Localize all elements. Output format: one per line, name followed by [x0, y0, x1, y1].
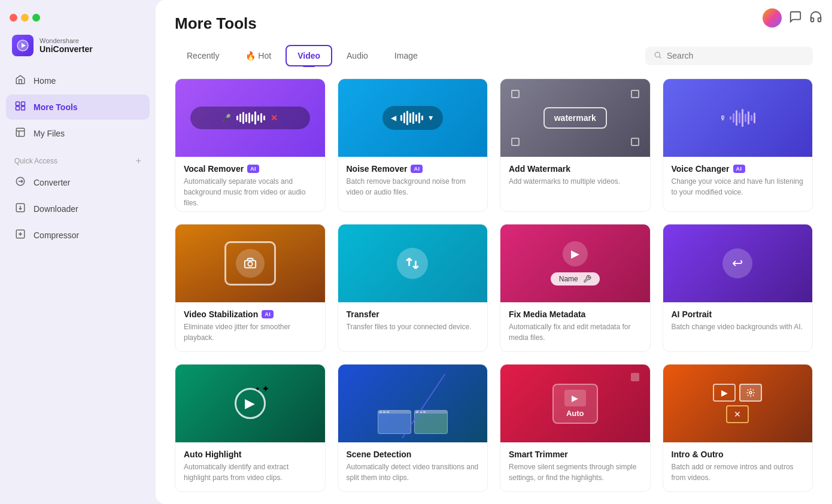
ai-badge: AI: [247, 165, 259, 173]
headphone-icon[interactable]: [809, 10, 822, 26]
ai-badge: AI: [411, 165, 423, 173]
ai-badge: AI: [262, 310, 274, 318]
app-logo: Wondershare UniConverter: [0, 26, 156, 68]
sidebar-item-downloader[interactable]: Downloader: [6, 196, 150, 221]
tool-thumbnail: [338, 224, 488, 302]
sidebar-item-label: My Files: [34, 129, 65, 138]
tool-desc: Automatically detect video transitions a…: [347, 462, 479, 483]
tool-name: Voice Changer AI: [672, 164, 804, 174]
window-controls: [0, 0, 156, 26]
tool-thumbnail: ▶ Auto: [500, 365, 650, 442]
search-icon: [654, 51, 662, 61]
message-icon[interactable]: [789, 10, 802, 26]
tool-info: Auto Highlight Automatically identify an…: [175, 442, 325, 491]
sidebar-item-my-files[interactable]: My Files: [6, 121, 150, 146]
tool-desc: Transfer files to your connected device.: [347, 321, 479, 332]
tool-name: Intro & Outro: [672, 450, 804, 459]
svg-rect-5: [22, 107, 25, 110]
tools-grid: 🎤 ✕ Vocal Remover AI Automatically separ…: [156, 66, 832, 504]
tool-desc: Add watermarks to multiple videos.: [509, 176, 642, 187]
tool-thumbnail: ◀ ▼: [338, 79, 488, 157]
tool-card-fix-media-metadata[interactable]: ▶ Name Fix Media Metadata Automatically …: [500, 224, 651, 352]
tool-name: Scene Detection: [347, 450, 479, 459]
svg-rect-6: [16, 128, 25, 136]
tool-card-voice-changer[interactable]: 🎙 Voice Changer AI Change your voice and…: [663, 78, 813, 212]
tool-desc: Batch add or remove intros and outros fr…: [672, 462, 804, 483]
tab-video[interactable]: Video: [286, 45, 332, 66]
tool-card-scene-detection[interactable]: Scene Detection Automatically detect vid…: [338, 364, 488, 492]
tabs-row: Recently 🔥 Hot Video Audio Image: [175, 45, 813, 66]
tool-info: Transfer Transfer files to your connecte…: [338, 302, 488, 341]
sidebar: Wondershare UniConverter Home: [0, 0, 156, 504]
tool-info: Scene Detection Automatically detect vid…: [338, 442, 488, 491]
sidebar-item-home[interactable]: Home: [6, 68, 150, 93]
tool-thumbnail: [338, 365, 488, 442]
tool-desc: Eliminate video jitter for smoother play…: [184, 321, 317, 343]
tool-thumbnail: 🎙: [663, 79, 813, 157]
sidebar-item-converter[interactable]: Converter: [6, 170, 150, 195]
tool-info: Intro & Outro Batch add or remove intros…: [663, 442, 813, 491]
tool-desc: Automatically fix and edit metadata for …: [509, 321, 642, 343]
main-content: More Tools Recently 🔥 Hot Video Audio Im…: [156, 0, 832, 504]
tool-info: Vocal Remover AI Automatically separate …: [175, 157, 325, 212]
svg-rect-4: [16, 107, 20, 110]
quick-access-section: Quick Access +: [6, 147, 150, 170]
tool-info: Smart Trimmer Remove silent segments thr…: [500, 442, 650, 491]
topbar-right: [763, 8, 822, 28]
home-icon: [14, 74, 26, 87]
tool-desc: Batch remove background noise from video…: [347, 176, 479, 198]
tool-card-vocal-remover[interactable]: 🎤 ✕ Vocal Remover AI Automatically separ…: [175, 78, 326, 212]
tab-image[interactable]: Image: [382, 45, 430, 66]
search-input[interactable]: [667, 51, 804, 60]
page-title: More Tools: [175, 14, 813, 33]
tool-info: AI Portrait Batch change video backgroun…: [663, 302, 813, 341]
downloader-icon: [14, 202, 26, 215]
converter-icon: [14, 176, 26, 189]
tool-card-noise-remover[interactable]: ◀ ▼ Noise Remover AI Batch remove backgr…: [338, 78, 488, 212]
tool-card-video-stabilization[interactable]: Video Stabilization AI Eliminate video j…: [175, 224, 326, 352]
tool-name: Add Watermark: [509, 164, 642, 174]
tool-card-add-watermark[interactable]: watermark Add Watermark Add watermarks t…: [500, 78, 651, 212]
tool-thumbnail: ↩: [663, 224, 813, 302]
maximize-button[interactable]: [32, 14, 40, 22]
tab-recently[interactable]: Recently: [175, 45, 231, 66]
compressor-icon: [14, 229, 26, 242]
tool-card-transfer[interactable]: Transfer Transfer files to your connecte…: [338, 224, 488, 352]
tool-thumbnail: watermark: [500, 79, 650, 157]
sidebar-item-compressor[interactable]: Compressor: [6, 223, 150, 248]
tool-desc: Automatically separate vocals and backgr…: [184, 176, 317, 208]
tool-thumbnail: 🎤 ✕: [175, 79, 325, 157]
tab-hot[interactable]: 🔥 Hot: [233, 45, 283, 66]
tool-name: Transfer: [347, 309, 479, 319]
add-quick-access-button[interactable]: +: [136, 156, 141, 166]
sidebar-item-label: Compressor: [34, 230, 79, 240]
tool-name: Vocal Remover AI: [184, 164, 317, 174]
tool-name: Smart Trimmer: [509, 450, 642, 459]
tool-info: Voice Changer AI Change your voice and h…: [663, 157, 813, 206]
logo-icon: [12, 35, 34, 56]
tool-card-auto-highlight[interactable]: ▶ ✦ ✦ Auto Highlight Automatically ident…: [175, 364, 326, 492]
tool-card-smart-trimmer[interactable]: ▶ Auto Smart Trimmer Remove silent segme…: [500, 364, 651, 492]
user-avatar[interactable]: [763, 8, 782, 28]
logo-text: Wondershare UniConverter: [40, 37, 93, 54]
tool-card-intro-outro[interactable]: ▶ ✕ Intro & Outro Batch add or remove in…: [663, 364, 813, 492]
sidebar-item-more-tools[interactable]: More Tools: [6, 95, 150, 120]
sidebar-item-label: Downloader: [34, 204, 78, 214]
tool-desc: Automatically identify and extract highl…: [184, 462, 317, 483]
tools-icon: [14, 101, 26, 114]
tool-desc: Remove silent segments through simple se…: [509, 462, 642, 483]
sidebar-navigation: Home More Tools My Files: [0, 68, 156, 504]
sidebar-item-label: Converter: [34, 178, 70, 187]
svg-point-14: [749, 391, 752, 394]
close-button[interactable]: [10, 14, 17, 22]
tool-name: AI Portrait: [672, 309, 804, 319]
tool-thumbnail: ▶ Name: [500, 224, 650, 302]
tool-desc: Batch change video backgrounds with AI.: [672, 321, 804, 332]
tool-info: Noise Remover AI Batch remove background…: [338, 157, 488, 206]
tab-audio[interactable]: Audio: [335, 45, 380, 66]
tool-card-ai-portrait[interactable]: ↩ AI Portrait Batch change video backgro…: [663, 224, 813, 352]
tool-name: Auto Highlight: [184, 450, 317, 459]
minimize-button[interactable]: [21, 14, 29, 22]
tool-desc: Change your voice and have fun listening…: [672, 176, 804, 198]
search-box[interactable]: [645, 47, 813, 65]
